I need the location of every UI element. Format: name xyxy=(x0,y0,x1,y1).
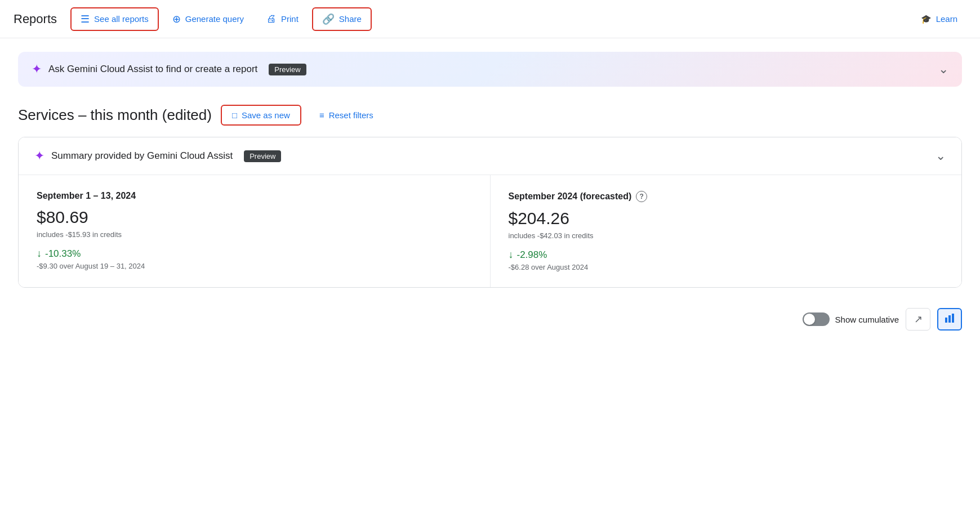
sparkle-icon: ✦ xyxy=(32,62,42,77)
learn-icon: 🎓 xyxy=(921,14,932,24)
change-2: ↓ -2.98% xyxy=(509,249,944,261)
see-all-reports-button[interactable]: ☰ See all reports xyxy=(70,7,159,31)
svg-rect-1 xyxy=(948,315,951,323)
bar-chart-button[interactable] xyxy=(937,308,962,331)
sparkle-icon-2: ✦ xyxy=(34,149,44,163)
summary-col-2: September 2024 (forecasted) ? $204.26 in… xyxy=(491,175,962,287)
svg-rect-2 xyxy=(952,314,954,323)
search-icon: ⊕ xyxy=(172,13,181,25)
chevron-down-icon-2[interactable]: ⌄ xyxy=(936,149,946,163)
print-icon: 🖨 xyxy=(266,13,277,25)
down-arrow-icon-2: ↓ xyxy=(509,249,514,261)
down-arrow-icon-1: ↓ xyxy=(37,248,42,260)
gemini-banner-left: ✦ Ask Gemini Cloud Assist to find or cre… xyxy=(32,62,306,77)
period-1: September 1 – 13, 2024 xyxy=(37,191,472,201)
show-cumulative-control: Show cumulative xyxy=(803,312,899,326)
save-icon: □ xyxy=(232,110,237,120)
info-icon[interactable]: ? xyxy=(636,191,647,202)
top-nav: Reports ☰ See all reports ⊕ Generate que… xyxy=(0,0,980,38)
amount-2: $204.26 xyxy=(509,209,944,228)
print-button[interactable]: 🖨 Print xyxy=(257,8,308,29)
report-title: Services – this month (edited) xyxy=(18,106,212,124)
amount-1: $80.69 xyxy=(37,208,472,227)
share-button[interactable]: 🔗 Share xyxy=(312,7,372,31)
cumulative-toggle[interactable] xyxy=(803,312,830,326)
line-chart-icon: ↗ xyxy=(914,313,923,325)
list-icon: ☰ xyxy=(81,13,90,25)
change-desc-1: -$9.30 over August 19 – 31, 2024 xyxy=(37,262,472,270)
credits-2: includes -$42.03 in credits xyxy=(509,231,944,240)
period-2: September 2024 (forecasted) ? xyxy=(509,191,944,202)
change-1: ↓ -10.33% xyxy=(37,248,472,260)
generate-query-button[interactable]: ⊕ Generate query xyxy=(163,8,253,30)
credits-1: includes -$15.93 in credits xyxy=(37,230,472,239)
share-icon: 🔗 xyxy=(322,13,335,25)
svg-rect-0 xyxy=(945,318,947,323)
save-as-new-button[interactable]: □ Save as new xyxy=(221,105,301,126)
line-chart-button[interactable]: ↗ xyxy=(906,308,930,331)
main-content: ✦ Ask Gemini Cloud Assist to find or cre… xyxy=(0,38,980,351)
summary-card-body: September 1 – 13, 2024 $80.69 includes -… xyxy=(19,175,961,287)
summary-card-header-left: ✦ Summary provided by Gemini Cloud Assis… xyxy=(34,149,281,163)
toggle-thumb xyxy=(804,314,815,325)
preview-badge: Preview xyxy=(269,64,306,75)
summary-card-header[interactable]: ✦ Summary provided by Gemini Cloud Assis… xyxy=(19,137,961,175)
chevron-down-icon[interactable]: ⌄ xyxy=(938,62,948,77)
filter-icon: ≡ xyxy=(319,110,324,120)
gemini-banner[interactable]: ✦ Ask Gemini Cloud Assist to find or cre… xyxy=(18,52,962,87)
learn-button[interactable]: 🎓 Learn xyxy=(912,10,966,29)
preview-badge-2: Preview xyxy=(244,150,281,162)
summary-card: ✦ Summary provided by Gemini Cloud Assis… xyxy=(18,137,962,288)
change-desc-2: -$6.28 over August 2024 xyxy=(509,263,944,271)
bottom-controls: Show cumulative ↗ xyxy=(18,301,962,337)
bar-chart-icon xyxy=(945,313,955,326)
reset-filters-button[interactable]: ≡ Reset filters xyxy=(310,106,382,124)
summary-col-1: September 1 – 13, 2024 $80.69 includes -… xyxy=(19,175,491,287)
report-header: Services – this month (edited) □ Save as… xyxy=(18,105,962,126)
page-title: Reports xyxy=(14,12,57,26)
